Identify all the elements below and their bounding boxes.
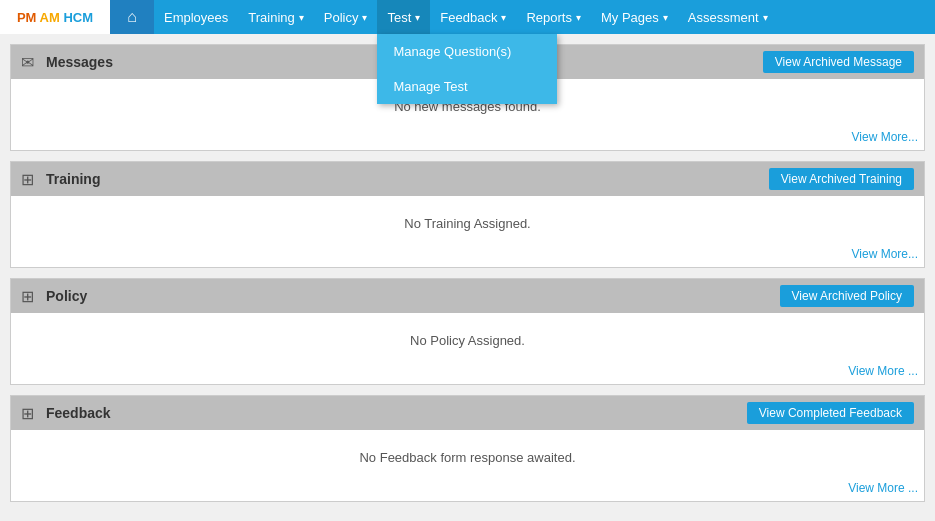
feedback-header: ⊞ Feedback View Completed Feedback (11, 396, 924, 430)
chevron-down-icon: ▾ (362, 12, 367, 23)
training-icon: ⊞ (21, 170, 34, 189)
view-archived-message-button[interactable]: View Archived Message (763, 51, 914, 73)
policy-view-more[interactable]: View More ... (11, 360, 924, 384)
nav-label-assessment: Assessment (688, 10, 759, 25)
view-completed-feedback-button[interactable]: View Completed Feedback (747, 402, 914, 424)
dropdown-item-manage-questions[interactable]: Manage Question(s) (377, 34, 557, 69)
nav-label-feedback: Feedback (440, 10, 497, 25)
policy-no-data: No Policy Assigned. (21, 325, 914, 356)
messages-icon: ✉ (21, 53, 34, 72)
policy-icon: ⊞ (21, 287, 34, 306)
main-content: ✉ Messages View Archived Message No new … (0, 34, 935, 521)
nav-item-assessment[interactable]: Assessment ▾ (678, 0, 778, 34)
chevron-down-icon: ▾ (299, 12, 304, 23)
view-archived-policy-button[interactable]: View Archived Policy (780, 285, 915, 307)
training-header: ⊞ Training View Archived Training (11, 162, 924, 196)
nav-item-employees[interactable]: Employees (154, 0, 238, 34)
nav-label-employees: Employees (164, 10, 228, 25)
feedback-icon: ⊞ (21, 404, 34, 423)
test-dropdown-menu: Manage Question(s) Manage Test (377, 34, 557, 104)
logo-am: AM (40, 10, 60, 25)
feedback-view-more[interactable]: View More ... (11, 477, 924, 501)
training-no-data: No Training Assigned. (21, 208, 914, 239)
nav-item-feedback[interactable]: Feedback ▾ (430, 0, 516, 34)
nav-label-policy: Policy (324, 10, 359, 25)
view-archived-training-button[interactable]: View Archived Training (769, 168, 914, 190)
nav-label-reports: Reports (526, 10, 572, 25)
messages-view-more[interactable]: View More... (11, 126, 924, 150)
training-section: ⊞ Training View Archived Training No Tra… (10, 161, 925, 268)
nav-label-my-pages: My Pages (601, 10, 659, 25)
feedback-body: No Feedback form response awaited. (11, 430, 924, 477)
chevron-down-icon: ▾ (415, 12, 420, 23)
feedback-no-data: No Feedback form response awaited. (21, 442, 914, 473)
training-body: No Training Assigned. (11, 196, 924, 243)
home-icon: ⌂ (127, 8, 137, 26)
policy-body: No Policy Assigned. (11, 313, 924, 360)
nav-item-policy[interactable]: Policy ▾ (314, 0, 378, 34)
logo-hcm: HCM (63, 10, 93, 25)
chevron-down-icon: ▾ (576, 12, 581, 23)
nav-item-my-pages[interactable]: My Pages ▾ (591, 0, 678, 34)
training-title: Training (46, 171, 757, 187)
nav-label-test: Test (387, 10, 411, 25)
nav-item-test[interactable]: Test ▾ Manage Question(s) Manage Test (377, 0, 430, 34)
nav-item-reports[interactable]: Reports ▾ (516, 0, 591, 34)
logo: PM AM HCM (0, 0, 110, 34)
nav-label-training: Training (248, 10, 294, 25)
top-navigation: PM AM HCM ⌂ Employees Training ▾ Policy … (0, 0, 935, 34)
training-view-more[interactable]: View More... (11, 243, 924, 267)
nav-items: Employees Training ▾ Policy ▾ Test ▾ Man… (154, 0, 935, 34)
chevron-down-icon: ▾ (763, 12, 768, 23)
feedback-section: ⊞ Feedback View Completed Feedback No Fe… (10, 395, 925, 502)
chevron-down-icon: ▾ (501, 12, 506, 23)
home-button[interactable]: ⌂ (110, 0, 154, 34)
policy-header: ⊞ Policy View Archived Policy (11, 279, 924, 313)
nav-item-training[interactable]: Training ▾ (238, 0, 313, 34)
dropdown-item-manage-test[interactable]: Manage Test (377, 69, 557, 104)
policy-title: Policy (46, 288, 768, 304)
policy-section: ⊞ Policy View Archived Policy No Policy … (10, 278, 925, 385)
chevron-down-icon: ▾ (663, 12, 668, 23)
logo-pm: PM (17, 10, 37, 25)
feedback-title: Feedback (46, 405, 735, 421)
